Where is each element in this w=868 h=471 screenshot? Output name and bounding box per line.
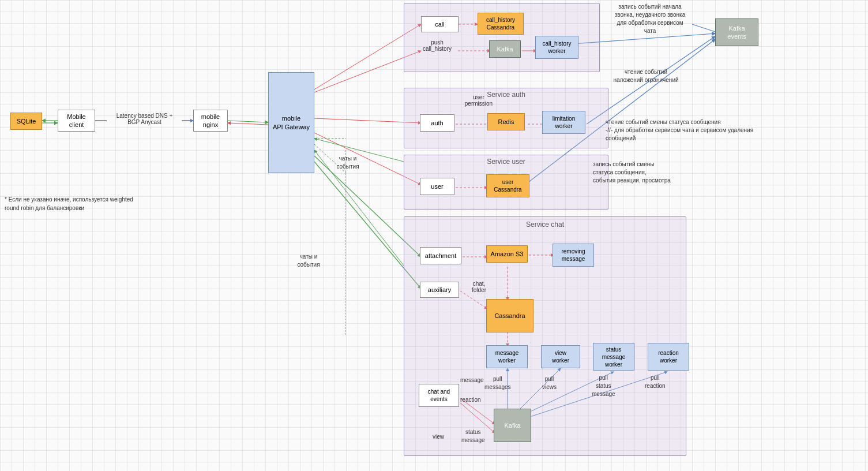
amazon-s3-box: Amazon S3 xyxy=(486,245,528,263)
view-worker-box: view worker xyxy=(541,345,580,368)
user-permission-label: userpermission xyxy=(461,94,496,107)
note-weighted: * Если не указано иначе, используется we… xyxy=(5,195,149,212)
annotation-chtenie-smeny: чтение событий смены статуса сообщения-/… xyxy=(606,118,790,143)
svg-line-5 xyxy=(228,123,268,125)
diagram-canvas: SQLite Mobile client Latency based DNS +… xyxy=(0,0,868,471)
user-cassandra-box: user Cassandra xyxy=(486,174,529,197)
annotation-chtenie-nalozheny: чтение событийналожений ограничений xyxy=(588,68,704,84)
latency-dns-label: Latency based DNS + BGP Anycast xyxy=(106,113,183,125)
annotation-zapis-smeny: запись событий сменыстатуса сообщения,со… xyxy=(593,160,731,185)
removing-message-box: removing message xyxy=(553,244,594,267)
user-box: user xyxy=(420,178,454,195)
redis-box: Redis xyxy=(487,113,525,130)
service-chat-label: Service chat xyxy=(404,220,686,229)
status-message-event-label: statusmessage xyxy=(461,428,485,444)
reaction-event-label: reaction xyxy=(460,396,481,404)
annotation-chaty-1: чаты исобытия xyxy=(328,155,368,171)
service-auth-label: Service auth xyxy=(404,91,608,99)
annotation-zapisi-nachala: запись событий началазвонка, неудачного … xyxy=(589,3,711,35)
auxiliary-box: auxiliary xyxy=(420,282,459,298)
pull-reaction-label: pullreaction xyxy=(645,374,666,390)
pull-views-label: pullviews xyxy=(542,375,557,391)
pull-status-message-label: pullstatusmessage xyxy=(592,374,615,398)
push-call-history-label: push call_history xyxy=(414,39,460,52)
svg-line-4 xyxy=(228,121,268,122)
limitation-worker-box: limitation worker xyxy=(542,111,585,134)
pull-messages-label: pullmessages xyxy=(484,375,511,391)
reaction-worker-box: reaction worker xyxy=(648,343,689,371)
auth-box: auth xyxy=(420,114,454,132)
call-history-cassandra-box: call_history Cassandra xyxy=(478,13,524,35)
message-event-label: message xyxy=(460,376,484,384)
call-history-worker-box: call_history worker xyxy=(535,36,578,59)
status-message-worker-box: status message worker xyxy=(593,343,634,371)
cassandra-chat-box: Cassandra xyxy=(486,299,533,332)
sqlite-box: SQLite xyxy=(10,113,42,130)
chat-folder-label: chat,folder xyxy=(466,281,492,293)
view-event-label: view xyxy=(433,433,444,441)
attachment-box: attachment xyxy=(420,247,461,264)
dashed-separator xyxy=(345,150,345,335)
mobile-api-gateway-box: mobile API Gateway xyxy=(268,72,314,173)
kafka-call-box: Kafka xyxy=(489,40,521,58)
kafka-chat-box: Kafka xyxy=(494,409,531,442)
kafka-events-box: Kafka events xyxy=(715,18,758,46)
message-worker-box: message worker xyxy=(486,345,528,368)
mobile-client-box: Mobile client xyxy=(58,110,95,132)
annotation-chaty-2: чаты исобытия xyxy=(288,253,329,269)
chat-and-events-box: chat and events xyxy=(419,384,459,407)
call-box: call xyxy=(421,16,459,32)
mobile-nginx-box: mobile nginx xyxy=(193,110,228,132)
service-user-label: Service user xyxy=(404,158,608,166)
